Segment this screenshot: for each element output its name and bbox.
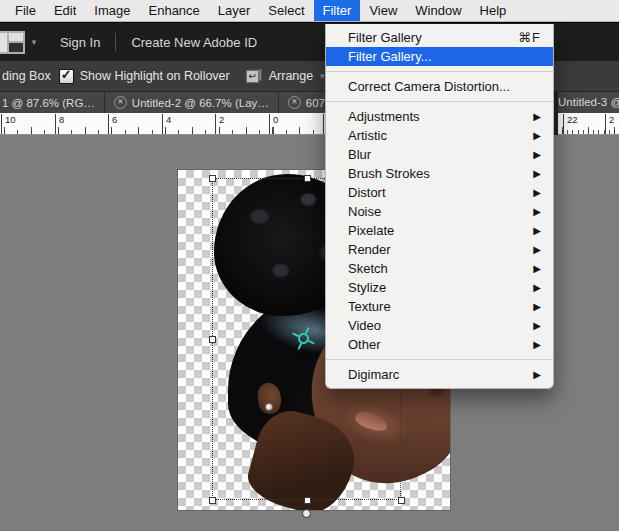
ruler-number: 8 bbox=[58, 114, 64, 125]
document-tab-label: 1 @ 87.6% (RG… bbox=[2, 97, 95, 109]
horizontal-ruler-right-window: 222 bbox=[558, 113, 619, 135]
filter-menu-item[interactable]: Render bbox=[326, 240, 553, 259]
selection-handle-bottom-left[interactable] bbox=[209, 497, 216, 504]
filter-menu-item[interactable]: Filter Gallery... bbox=[326, 47, 553, 66]
filter-menu-item[interactable]: Texture bbox=[326, 297, 553, 316]
rotate-handle[interactable] bbox=[302, 509, 311, 518]
tab-close-icon[interactable] bbox=[288, 96, 301, 109]
divider bbox=[115, 33, 116, 51]
menubar-item-label: Edit bbox=[54, 3, 76, 18]
menu-separator bbox=[326, 359, 553, 360]
selection-handle-top-center[interactable] bbox=[304, 175, 311, 182]
menubar-item[interactable]: Select bbox=[259, 0, 313, 21]
menu-item-label: Artistic bbox=[348, 126, 387, 145]
create-adobe-id-button[interactable]: Create New Adobe ID bbox=[131, 35, 257, 50]
filter-dropdown-menu: Filter Gallery ⌘F Filter Gallery... Corr… bbox=[325, 24, 554, 389]
selection-handle-bottom-center[interactable] bbox=[304, 497, 311, 504]
chevron-down-icon[interactable] bbox=[30, 38, 38, 47]
submenu-arrow-icon bbox=[533, 202, 541, 221]
ruler-number: 0 bbox=[272, 114, 278, 125]
menubar-item[interactable]: Image bbox=[85, 0, 139, 21]
document-tab[interactable]: Untitled-2 @ 66.7% (Lay… bbox=[105, 92, 279, 113]
menu-item-label: Noise bbox=[348, 202, 381, 221]
filter-menu-item[interactable]: Blur bbox=[326, 145, 553, 164]
submenu-arrow-icon bbox=[533, 107, 541, 126]
workspace-layout-icon[interactable] bbox=[0, 31, 25, 54]
menu-separator bbox=[326, 71, 553, 72]
menubar-item-label: View bbox=[369, 3, 397, 18]
menubar-item-label: Enhance bbox=[149, 3, 200, 18]
show-highlight-checkbox[interactable] bbox=[59, 69, 74, 84]
ruler-number: 2 bbox=[218, 114, 224, 125]
submenu-arrow-icon bbox=[533, 126, 541, 145]
show-highlight-label: Show Highlight on Rollover bbox=[80, 69, 230, 83]
menubar-item[interactable]: Enhance bbox=[140, 0, 209, 21]
document-tab-untitled-3[interactable]: Untitled-3 @ 2 bbox=[558, 92, 619, 113]
menu-item-label: Brush Strokes bbox=[348, 164, 430, 183]
submenu-arrow-icon bbox=[533, 365, 541, 384]
arrange-icon bbox=[246, 69, 262, 83]
document-tab[interactable]: 1 @ 87.6% (RG… bbox=[0, 92, 105, 113]
submenu-arrow-icon bbox=[533, 278, 541, 297]
menu-item-label: Texture bbox=[348, 297, 391, 316]
submenu-arrow-icon bbox=[533, 240, 541, 259]
filter-menu-item[interactable]: Noise bbox=[326, 202, 553, 221]
menu-item-label: Distort bbox=[348, 183, 386, 202]
filter-menu-item[interactable]: Distort bbox=[326, 183, 553, 202]
menubar-item[interactable]: Help bbox=[471, 0, 516, 21]
menubar-item-label: Window bbox=[415, 3, 461, 18]
tab-close-icon[interactable] bbox=[114, 96, 127, 109]
bounding-box-label: ding Box bbox=[2, 69, 51, 83]
selection-handle-middle-left[interactable] bbox=[209, 336, 216, 343]
menu-item-label: Filter Gallery bbox=[348, 28, 422, 47]
menu-item-label: Sketch bbox=[348, 259, 388, 278]
arrange-button[interactable]: Arrange bbox=[269, 69, 313, 83]
menu-item-label: Video bbox=[348, 316, 381, 335]
menu-item-shortcut: ⌘F bbox=[518, 28, 541, 47]
menubar-item-label: Layer bbox=[218, 3, 251, 18]
filter-menu-item[interactable]: Brush Strokes bbox=[326, 164, 553, 183]
filter-menu-item[interactable]: Video bbox=[326, 316, 553, 335]
submenu-arrow-icon bbox=[533, 221, 541, 240]
menubar-item-label: Filter bbox=[323, 3, 352, 18]
menubar-item[interactable]: Edit bbox=[45, 0, 85, 21]
submenu-arrow-icon bbox=[533, 259, 541, 278]
submenu-arrow-icon bbox=[533, 335, 541, 354]
filter-menu-item[interactable]: Artistic bbox=[326, 126, 553, 145]
submenu-arrow-icon bbox=[533, 183, 541, 202]
menu-item-label: Filter Gallery... bbox=[348, 47, 432, 66]
menubar-item[interactable]: File bbox=[6, 0, 45, 21]
menu-item-label: Render bbox=[348, 240, 391, 259]
submenu-arrow-icon bbox=[533, 316, 541, 335]
ruler-number: 22 bbox=[566, 114, 578, 125]
menu-item-label: Blur bbox=[348, 145, 371, 164]
menu-item-label: Digimarc bbox=[348, 365, 399, 384]
selection-handle-top-left[interactable] bbox=[209, 175, 216, 182]
menubar-item-label: File bbox=[15, 3, 36, 18]
menubar-item-label: Select bbox=[268, 3, 304, 18]
filter-menu-item[interactable]: Other bbox=[326, 335, 553, 354]
filter-menu-item[interactable]: Stylize bbox=[326, 278, 553, 297]
sign-in-button[interactable]: Sign In bbox=[60, 35, 100, 50]
filter-menu-item[interactable]: Digimarc bbox=[326, 365, 553, 384]
filter-menu-item[interactable]: Sketch bbox=[326, 259, 553, 278]
filter-menu-item[interactable]: Adjustments bbox=[326, 107, 553, 126]
menu-item-label: Stylize bbox=[348, 278, 386, 297]
menu-bar: File Edit Image Enhance Layer Select Fil… bbox=[0, 0, 619, 22]
filter-menu-item[interactable]: Correct Camera Distortion... bbox=[326, 77, 553, 96]
selection-handle-bottom-right[interactable] bbox=[398, 497, 405, 504]
submenu-arrow-icon bbox=[533, 164, 541, 183]
menu-item-label: Other bbox=[348, 335, 381, 354]
menubar-item-label: Help bbox=[480, 3, 507, 18]
filter-menu-item[interactable]: Pixelate bbox=[326, 221, 553, 240]
ruler-number: 2 bbox=[608, 114, 614, 125]
document-tab-label: Untitled-2 @ 66.7% (Lay… bbox=[132, 97, 269, 109]
menubar-item[interactable]: Window bbox=[406, 0, 470, 21]
menubar-item-label: Image bbox=[94, 3, 130, 18]
menubar-item[interactable]: Layer bbox=[209, 0, 260, 21]
menubar-item[interactable]: Filter bbox=[314, 0, 361, 21]
menu-separator bbox=[326, 101, 553, 102]
reference-point-icon[interactable] bbox=[291, 326, 316, 351]
filter-menu-item[interactable]: Filter Gallery ⌘F bbox=[326, 28, 553, 47]
menubar-item[interactable]: View bbox=[360, 0, 406, 21]
